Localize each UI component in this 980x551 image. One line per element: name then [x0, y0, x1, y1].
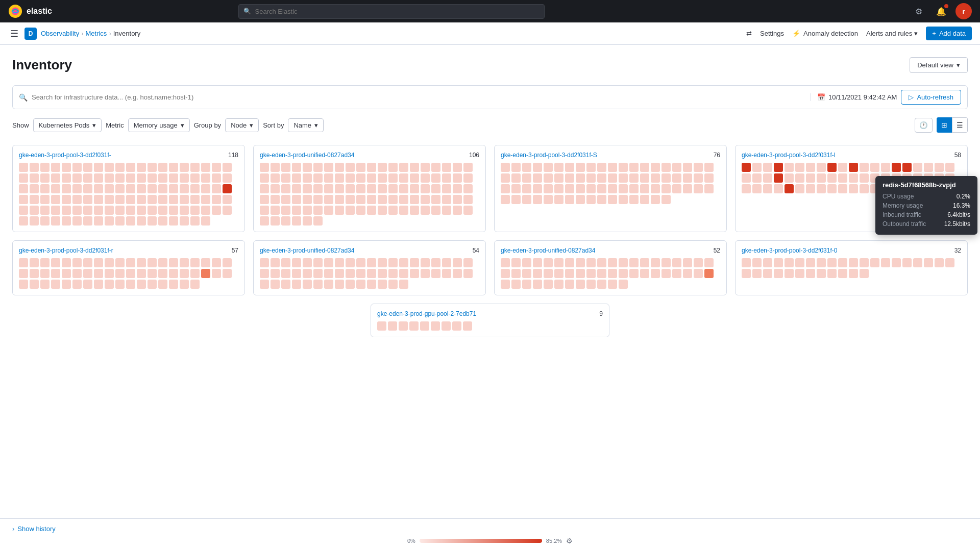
pod-cell[interactable] — [313, 184, 323, 193]
pod-cell[interactable] — [924, 258, 933, 267]
pod-cell[interactable] — [62, 173, 71, 183]
pod-cell[interactable] — [126, 216, 135, 226]
pod-cell[interactable] — [544, 195, 553, 204]
pod-cell[interactable] — [169, 258, 178, 267]
pod-cell[interactable] — [453, 163, 462, 172]
pod-cell[interactable] — [180, 269, 189, 278]
pod-cell[interactable] — [892, 163, 901, 172]
pod-cell[interactable] — [115, 184, 125, 193]
pod-cell[interactable] — [597, 184, 606, 193]
pod-cell[interactable] — [201, 195, 210, 204]
pod-cell[interactable] — [169, 216, 178, 226]
pod-cell[interactable] — [356, 280, 365, 289]
pod-cell[interactable] — [324, 269, 333, 278]
pod-cell[interactable] — [608, 269, 617, 278]
pod-cell[interactable] — [62, 280, 71, 289]
pod-cell[interactable] — [806, 258, 815, 267]
pod-cell[interactable] — [292, 184, 301, 193]
pod-cell[interactable] — [752, 269, 762, 278]
pod-cell[interactable] — [260, 184, 269, 193]
pod-cell[interactable] — [335, 280, 344, 289]
pod-cell[interactable] — [51, 269, 60, 278]
pod-cell[interactable] — [137, 206, 146, 215]
pod-cell[interactable] — [51, 195, 60, 204]
pod-cell[interactable] — [501, 195, 510, 204]
pod-cell[interactable] — [126, 206, 135, 215]
pod-cell[interactable] — [303, 280, 312, 289]
pod-cell[interactable] — [640, 184, 649, 193]
pod-cell[interactable] — [651, 184, 660, 193]
pod-cell[interactable] — [742, 163, 751, 172]
pod-cell[interactable] — [410, 184, 419, 193]
pod-cell[interactable] — [223, 206, 232, 215]
pod-cell[interactable] — [223, 258, 232, 267]
pod-cell[interactable] — [533, 173, 542, 183]
pod-cell[interactable] — [565, 280, 574, 289]
pod-cell[interactable] — [554, 173, 564, 183]
pod-cell[interactable] — [94, 195, 103, 204]
pod-cell[interactable] — [586, 258, 596, 267]
infrastructure-search-input[interactable] — [32, 93, 806, 101]
pod-cell[interactable] — [565, 173, 574, 183]
pod-cell[interactable] — [271, 216, 280, 226]
global-settings-button[interactable]: ⚙ — [911, 3, 927, 19]
pod-cell[interactable] — [19, 206, 28, 215]
pod-cell[interactable] — [105, 206, 114, 215]
pod-cell[interactable] — [83, 258, 92, 267]
pod-cell[interactable] — [683, 163, 692, 172]
pod-cell[interactable] — [115, 269, 125, 278]
pod-cell[interactable] — [442, 173, 451, 183]
pod-cell[interactable] — [30, 195, 39, 204]
inventory-panel[interactable]: gke-eden-3-prod-unified-0827ad34106 — [253, 145, 486, 232]
pod-cell[interactable] — [763, 163, 772, 172]
pod-cell[interactable] — [378, 163, 387, 172]
pod-cell[interactable] — [752, 173, 762, 183]
pod-cell[interactable] — [399, 321, 408, 331]
pod-cell[interactable] — [651, 195, 660, 204]
pod-cell[interactable] — [860, 184, 869, 193]
pod-cell[interactable] — [30, 216, 39, 226]
pod-cell[interactable] — [817, 163, 826, 172]
pod-cell[interactable] — [431, 269, 440, 278]
pod-cell[interactable] — [303, 184, 312, 193]
pod-cell[interactable] — [148, 216, 157, 226]
pod-cell[interactable] — [72, 216, 82, 226]
pod-cell[interactable] — [672, 173, 681, 183]
pod-cell[interactable] — [838, 173, 847, 183]
history-clock-button[interactable]: 🕐 — [915, 118, 933, 133]
pod-cell[interactable] — [704, 163, 714, 172]
pod-cell[interactable] — [40, 173, 50, 183]
pod-cell[interactable] — [94, 269, 103, 278]
pod-cell[interactable] — [378, 184, 387, 193]
pod-cell[interactable] — [271, 184, 280, 193]
pod-cell[interactable] — [463, 258, 473, 267]
pod-cell[interactable] — [115, 195, 125, 204]
pod-cell[interactable] — [629, 269, 639, 278]
pod-cell[interactable] — [945, 163, 954, 172]
pod-cell[interactable] — [148, 173, 157, 183]
pod-cell[interactable] — [453, 206, 462, 215]
pod-cell[interactable] — [785, 184, 794, 193]
pod-cell[interactable] — [806, 173, 815, 183]
pod-cell[interactable] — [431, 206, 440, 215]
pod-cell[interactable] — [672, 184, 681, 193]
pod-cell[interactable] — [838, 184, 847, 193]
pod-cell[interactable] — [683, 269, 692, 278]
pod-cell[interactable] — [260, 216, 269, 226]
pod-cell[interactable] — [169, 163, 178, 172]
pod-cell[interactable] — [795, 163, 804, 172]
pod-cell[interactable] — [409, 321, 419, 331]
pod-cell[interactable] — [378, 206, 387, 215]
pod-cell[interactable] — [565, 195, 574, 204]
pod-cell[interactable] — [576, 173, 585, 183]
pod-cell[interactable] — [586, 163, 596, 172]
pod-cell[interactable] — [785, 269, 794, 278]
pod-cell[interactable] — [463, 206, 473, 215]
pod-cell[interactable] — [522, 173, 531, 183]
pod-cell[interactable] — [694, 163, 703, 172]
pod-cell[interactable] — [453, 258, 462, 267]
pod-cell[interactable] — [554, 163, 564, 172]
pod-cell[interactable] — [346, 206, 355, 215]
pod-cell[interactable] — [126, 184, 135, 193]
metric-dropdown[interactable]: Memory usage ▾ — [128, 118, 190, 132]
